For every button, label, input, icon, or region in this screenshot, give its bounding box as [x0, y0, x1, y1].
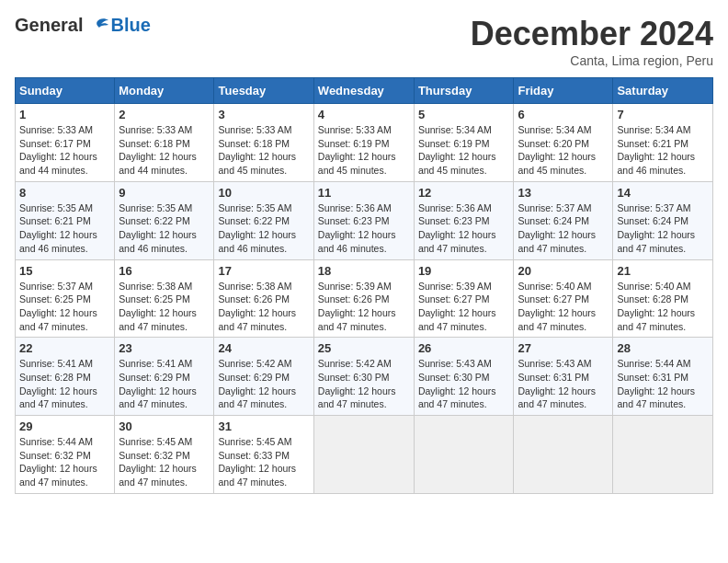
table-row: 20 Sunrise: 5:40 AMSunset: 6:27 PMDaylig…	[514, 259, 613, 338]
calendar-week-row: 8 Sunrise: 5:35 AMSunset: 6:21 PMDayligh…	[16, 181, 713, 259]
table-row: 19 Sunrise: 5:39 AMSunset: 6:27 PMDaylig…	[414, 259, 514, 338]
header-friday: Friday	[514, 78, 613, 104]
location-subtitle: Canta, Lima region, Peru	[471, 53, 713, 68]
day-number: 14	[617, 186, 709, 200]
day-info: Sunrise: 5:42 AMSunset: 6:29 PMDaylight:…	[218, 357, 309, 411]
day-info: Sunrise: 5:38 AMSunset: 6:25 PMDaylight:…	[119, 280, 210, 334]
table-row: 12 Sunrise: 5:36 AMSunset: 6:23 PMDaylig…	[414, 181, 514, 259]
day-info: Sunrise: 5:36 AMSunset: 6:23 PMDaylight:…	[318, 201, 410, 256]
day-info: Sunrise: 5:36 AMSunset: 6:23 PMDaylight:…	[418, 201, 510, 256]
table-row: 22 Sunrise: 5:41 AMSunset: 6:28 PMDaylig…	[16, 338, 115, 416]
table-row: 1 Sunrise: 5:33 AMSunset: 6:17 PMDayligh…	[16, 104, 115, 182]
day-number: 4	[318, 108, 410, 121]
month-title: December 2024	[471, 15, 713, 53]
day-info: Sunrise: 5:37 AMSunset: 6:24 PMDaylight:…	[518, 201, 609, 256]
logo-blue: Blue	[110, 15, 150, 36]
table-row: 15 Sunrise: 5:37 AMSunset: 6:25 PMDaylig…	[16, 259, 115, 338]
table-row: 14 Sunrise: 5:37 AMSunset: 6:24 PMDaylig…	[613, 181, 713, 259]
table-row	[414, 416, 514, 494]
day-info: Sunrise: 5:37 AMSunset: 6:25 PMDaylight:…	[19, 280, 110, 334]
weekday-header-row: Sunday Monday Tuesday Wednesday Thursday…	[16, 78, 713, 104]
table-row: 9 Sunrise: 5:35 AMSunset: 6:22 PMDayligh…	[115, 181, 214, 259]
table-row	[514, 416, 613, 494]
day-info: Sunrise: 5:42 AMSunset: 6:30 PMDaylight:…	[318, 357, 410, 411]
day-info: Sunrise: 5:34 AMSunset: 6:19 PMDaylight:…	[418, 123, 510, 178]
day-info: Sunrise: 5:41 AMSunset: 6:28 PMDaylight:…	[19, 357, 110, 411]
day-number: 6	[518, 108, 609, 121]
table-row: 24 Sunrise: 5:42 AMSunset: 6:29 PMDaylig…	[214, 338, 313, 416]
header-saturday: Saturday	[613, 78, 713, 104]
table-row: 31 Sunrise: 5:45 AMSunset: 6:33 PMDaylig…	[214, 416, 313, 494]
header-monday: Monday	[115, 78, 214, 104]
day-info: Sunrise: 5:33 AMSunset: 6:18 PMDaylight:…	[218, 123, 309, 178]
day-number: 20	[518, 264, 609, 278]
day-info: Sunrise: 5:40 AMSunset: 6:28 PMDaylight:…	[617, 280, 709, 334]
day-number: 17	[218, 264, 309, 278]
table-row: 26 Sunrise: 5:43 AMSunset: 6:30 PMDaylig…	[414, 338, 514, 416]
day-info: Sunrise: 5:44 AMSunset: 6:32 PMDaylight:…	[19, 435, 110, 489]
day-info: Sunrise: 5:37 AMSunset: 6:24 PMDaylight:…	[617, 201, 709, 256]
day-info: Sunrise: 5:44 AMSunset: 6:31 PMDaylight:…	[617, 357, 709, 411]
day-info: Sunrise: 5:39 AMSunset: 6:27 PMDaylight:…	[418, 280, 510, 334]
table-row: 18 Sunrise: 5:39 AMSunset: 6:26 PMDaylig…	[313, 259, 414, 338]
day-number: 22	[19, 341, 110, 355]
calendar-week-row: 1 Sunrise: 5:33 AMSunset: 6:17 PMDayligh…	[16, 104, 713, 182]
day-info: Sunrise: 5:33 AMSunset: 6:18 PMDaylight:…	[119, 123, 210, 178]
day-info: Sunrise: 5:33 AMSunset: 6:17 PMDaylight:…	[19, 123, 110, 178]
calendar-table: Sunday Monday Tuesday Wednesday Thursday…	[15, 77, 713, 494]
day-info: Sunrise: 5:39 AMSunset: 6:26 PMDaylight:…	[318, 280, 410, 334]
table-row: 13 Sunrise: 5:37 AMSunset: 6:24 PMDaylig…	[514, 181, 613, 259]
day-info: Sunrise: 5:35 AMSunset: 6:21 PMDaylight:…	[19, 201, 110, 256]
table-row: 21 Sunrise: 5:40 AMSunset: 6:28 PMDaylig…	[613, 259, 713, 338]
day-number: 5	[418, 108, 510, 121]
day-number: 31	[218, 419, 309, 433]
table-row: 27 Sunrise: 5:43 AMSunset: 6:31 PMDaylig…	[514, 338, 613, 416]
day-number: 26	[418, 341, 510, 355]
table-row: 5 Sunrise: 5:34 AMSunset: 6:19 PMDayligh…	[414, 104, 514, 182]
day-info: Sunrise: 5:40 AMSunset: 6:27 PMDaylight:…	[518, 280, 609, 334]
day-number: 2	[119, 108, 210, 121]
table-row: 7 Sunrise: 5:34 AMSunset: 6:21 PMDayligh…	[613, 104, 713, 182]
logo: General Blue	[15, 15, 151, 36]
day-number: 9	[119, 186, 210, 200]
header-sunday: Sunday	[16, 78, 115, 104]
calendar-week-row: 15 Sunrise: 5:37 AMSunset: 6:25 PMDaylig…	[16, 259, 713, 338]
table-row: 3 Sunrise: 5:33 AMSunset: 6:18 PMDayligh…	[214, 104, 313, 182]
table-row: 23 Sunrise: 5:41 AMSunset: 6:29 PMDaylig…	[115, 338, 214, 416]
table-row: 4 Sunrise: 5:33 AMSunset: 6:19 PMDayligh…	[313, 104, 414, 182]
logo-general: General	[15, 15, 83, 36]
table-row	[613, 416, 713, 494]
table-row: 6 Sunrise: 5:34 AMSunset: 6:20 PMDayligh…	[514, 104, 613, 182]
day-info: Sunrise: 5:38 AMSunset: 6:26 PMDaylight:…	[218, 280, 309, 334]
day-number: 13	[518, 186, 609, 200]
day-number: 16	[119, 264, 210, 278]
day-number: 23	[119, 341, 210, 355]
calendar-week-row: 29 Sunrise: 5:44 AMSunset: 6:32 PMDaylig…	[16, 416, 713, 494]
day-number: 10	[218, 186, 309, 200]
day-number: 19	[418, 264, 510, 278]
day-number: 28	[617, 341, 709, 355]
day-number: 7	[617, 108, 709, 121]
table-row: 10 Sunrise: 5:35 AMSunset: 6:22 PMDaylig…	[214, 181, 313, 259]
table-row: 17 Sunrise: 5:38 AMSunset: 6:26 PMDaylig…	[214, 259, 313, 338]
day-number: 8	[19, 186, 110, 200]
day-number: 1	[19, 108, 110, 121]
header-thursday: Thursday	[414, 78, 514, 104]
day-info: Sunrise: 5:35 AMSunset: 6:22 PMDaylight:…	[119, 201, 210, 256]
day-number: 25	[318, 341, 410, 355]
day-info: Sunrise: 5:45 AMSunset: 6:33 PMDaylight:…	[218, 435, 309, 489]
header-wednesday: Wednesday	[313, 78, 414, 104]
day-info: Sunrise: 5:43 AMSunset: 6:30 PMDaylight:…	[418, 357, 510, 411]
day-number: 18	[318, 264, 410, 278]
day-number: 3	[218, 108, 309, 121]
header-tuesday: Tuesday	[214, 78, 313, 104]
table-row: 29 Sunrise: 5:44 AMSunset: 6:32 PMDaylig…	[16, 416, 115, 494]
day-info: Sunrise: 5:43 AMSunset: 6:31 PMDaylight:…	[518, 357, 609, 411]
table-row: 28 Sunrise: 5:44 AMSunset: 6:31 PMDaylig…	[613, 338, 713, 416]
calendar-week-row: 22 Sunrise: 5:41 AMSunset: 6:28 PMDaylig…	[16, 338, 713, 416]
day-number: 11	[318, 186, 410, 200]
day-number: 24	[218, 341, 309, 355]
day-info: Sunrise: 5:41 AMSunset: 6:29 PMDaylight:…	[119, 357, 210, 411]
table-row: 11 Sunrise: 5:36 AMSunset: 6:23 PMDaylig…	[313, 181, 414, 259]
day-number: 21	[617, 264, 709, 278]
